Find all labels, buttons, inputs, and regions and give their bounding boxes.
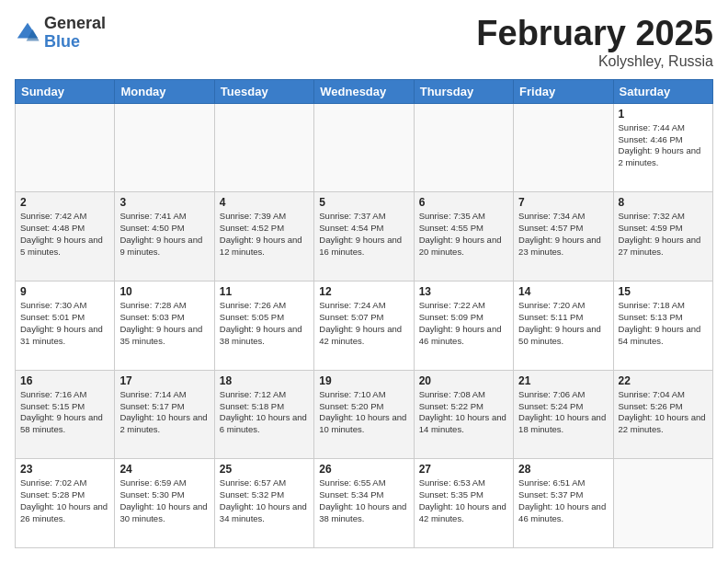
col-wednesday: Wednesday [314, 79, 414, 103]
day-info: Sunrise: 6:59 AM Sunset: 5:30 PM Dayligh… [119, 477, 209, 524]
table-row: 14Sunrise: 7:20 AM Sunset: 5:11 PM Dayli… [514, 282, 613, 371]
day-info: Sunrise: 7:44 AM Sunset: 4:46 PM Dayligh… [619, 122, 708, 169]
day-info: Sunrise: 7:08 AM Sunset: 5:22 PM Dayligh… [419, 389, 508, 436]
table-row: 8Sunrise: 7:32 AM Sunset: 4:59 PM Daylig… [613, 192, 712, 282]
day-number: 3 [119, 196, 209, 209]
day-info: Sunrise: 7:14 AM Sunset: 5:17 PM Dayligh… [119, 389, 209, 436]
day-number: 24 [119, 463, 209, 476]
day-info: Sunrise: 7:20 AM Sunset: 5:11 PM Dayligh… [518, 300, 608, 347]
page: General Blue February 2025 Kolyshley, Ru… [0, 0, 728, 563]
day-info: Sunrise: 7:22 AM Sunset: 5:09 PM Dayligh… [419, 300, 508, 347]
table-row: 18Sunrise: 7:12 AM Sunset: 5:18 PM Dayli… [214, 370, 313, 459]
table-row: 15Sunrise: 7:18 AM Sunset: 5:13 PM Dayli… [613, 282, 712, 371]
day-info: Sunrise: 7:37 AM Sunset: 4:54 PM Dayligh… [319, 211, 408, 258]
day-info: Sunrise: 7:42 AM Sunset: 4:48 PM Dayligh… [20, 211, 109, 258]
logo-general-text: General [44, 15, 106, 33]
table-row: 5Sunrise: 7:37 AM Sunset: 4:54 PM Daylig… [314, 192, 414, 282]
day-number: 10 [119, 285, 209, 298]
table-row: 16Sunrise: 7:16 AM Sunset: 5:15 PM Dayli… [16, 370, 115, 459]
logo-text: General Blue [44, 15, 106, 52]
calendar-table: Sunday Monday Tuesday Wednesday Thursday… [15, 79, 713, 548]
table-row: 13Sunrise: 7:22 AM Sunset: 5:09 PM Dayli… [414, 282, 513, 371]
day-number: 9 [20, 285, 109, 298]
day-number: 25 [220, 463, 309, 476]
day-info: Sunrise: 7:06 AM Sunset: 5:24 PM Dayligh… [518, 389, 608, 436]
table-row: 9Sunrise: 7:30 AM Sunset: 5:01 PM Daylig… [16, 282, 115, 371]
col-sunday: Sunday [16, 79, 115, 103]
day-number: 19 [319, 374, 408, 387]
table-row: 21Sunrise: 7:06 AM Sunset: 5:24 PM Dayli… [514, 370, 613, 459]
col-friday: Friday [514, 79, 613, 103]
day-info: Sunrise: 7:04 AM Sunset: 5:26 PM Dayligh… [619, 389, 708, 436]
table-row: 10Sunrise: 7:28 AM Sunset: 5:03 PM Dayli… [115, 282, 214, 371]
table-row [613, 459, 712, 548]
day-info: Sunrise: 7:32 AM Sunset: 4:59 PM Dayligh… [619, 211, 708, 258]
table-row: 25Sunrise: 6:57 AM Sunset: 5:32 PM Dayli… [214, 459, 313, 548]
day-number: 12 [319, 285, 408, 298]
day-number: 7 [518, 196, 608, 209]
table-row: 27Sunrise: 6:53 AM Sunset: 5:35 PM Dayli… [414, 459, 513, 548]
day-number: 8 [619, 196, 708, 209]
calendar-week-row: 2Sunrise: 7:42 AM Sunset: 4:48 PM Daylig… [16, 192, 713, 282]
day-info: Sunrise: 6:53 AM Sunset: 5:35 PM Dayligh… [419, 477, 508, 524]
table-row [314, 103, 414, 192]
day-number: 23 [20, 463, 109, 476]
title-block: February 2025 Kolyshley, Russia [476, 15, 713, 70]
day-info: Sunrise: 7:35 AM Sunset: 4:55 PM Dayligh… [419, 211, 508, 258]
col-tuesday: Tuesday [214, 79, 313, 103]
header: General Blue February 2025 Kolyshley, Ru… [15, 15, 713, 70]
table-row: 17Sunrise: 7:14 AM Sunset: 5:17 PM Dayli… [115, 370, 214, 459]
table-row: 11Sunrise: 7:26 AM Sunset: 5:05 PM Dayli… [214, 282, 313, 371]
day-number: 11 [220, 285, 309, 298]
day-info: Sunrise: 7:30 AM Sunset: 5:01 PM Dayligh… [20, 300, 109, 347]
table-row: 26Sunrise: 6:55 AM Sunset: 5:34 PM Dayli… [314, 459, 414, 548]
day-info: Sunrise: 7:34 AM Sunset: 4:57 PM Dayligh… [518, 211, 608, 258]
table-row: 12Sunrise: 7:24 AM Sunset: 5:07 PM Dayli… [314, 282, 414, 371]
table-row: 23Sunrise: 7:02 AM Sunset: 5:28 PM Dayli… [16, 459, 115, 548]
table-row [214, 103, 313, 192]
day-number: 5 [319, 196, 408, 209]
col-monday: Monday [115, 79, 214, 103]
day-number: 2 [20, 196, 109, 209]
day-info: Sunrise: 7:16 AM Sunset: 5:15 PM Dayligh… [20, 389, 109, 436]
table-row: 6Sunrise: 7:35 AM Sunset: 4:55 PM Daylig… [414, 192, 513, 282]
calendar-header-row: Sunday Monday Tuesday Wednesday Thursday… [16, 79, 713, 103]
day-number: 4 [220, 196, 309, 209]
day-info: Sunrise: 7:10 AM Sunset: 5:20 PM Dayligh… [319, 389, 408, 436]
day-number: 16 [20, 374, 109, 387]
table-row [115, 103, 214, 192]
table-row: 1Sunrise: 7:44 AM Sunset: 4:46 PM Daylig… [613, 103, 712, 192]
logo-icon [15, 20, 40, 46]
calendar-week-row: 16Sunrise: 7:16 AM Sunset: 5:15 PM Dayli… [16, 370, 713, 459]
title-month: February 2025 [476, 15, 713, 53]
table-row: 2Sunrise: 7:42 AM Sunset: 4:48 PM Daylig… [16, 192, 115, 282]
day-info: Sunrise: 7:24 AM Sunset: 5:07 PM Dayligh… [319, 300, 408, 347]
day-info: Sunrise: 6:57 AM Sunset: 5:32 PM Dayligh… [220, 477, 309, 524]
day-info: Sunrise: 7:02 AM Sunset: 5:28 PM Dayligh… [20, 477, 109, 524]
table-row: 7Sunrise: 7:34 AM Sunset: 4:57 PM Daylig… [514, 192, 613, 282]
title-location: Kolyshley, Russia [476, 53, 713, 70]
day-info: Sunrise: 7:28 AM Sunset: 5:03 PM Dayligh… [119, 300, 209, 347]
logo: General Blue [15, 15, 106, 52]
col-thursday: Thursday [414, 79, 513, 103]
day-info: Sunrise: 7:39 AM Sunset: 4:52 PM Dayligh… [220, 211, 309, 258]
day-info: Sunrise: 6:51 AM Sunset: 5:37 PM Dayligh… [518, 477, 608, 524]
day-number: 22 [619, 374, 708, 387]
table-row [514, 103, 613, 192]
table-row: 3Sunrise: 7:41 AM Sunset: 4:50 PM Daylig… [115, 192, 214, 282]
table-row [414, 103, 513, 192]
day-number: 28 [518, 463, 608, 476]
table-row: 19Sunrise: 7:10 AM Sunset: 5:20 PM Dayli… [314, 370, 414, 459]
day-number: 17 [119, 374, 209, 387]
day-number: 18 [220, 374, 309, 387]
day-number: 6 [419, 196, 508, 209]
day-info: Sunrise: 7:18 AM Sunset: 5:13 PM Dayligh… [619, 300, 708, 347]
table-row: 22Sunrise: 7:04 AM Sunset: 5:26 PM Dayli… [613, 370, 712, 459]
table-row: 24Sunrise: 6:59 AM Sunset: 5:30 PM Dayli… [115, 459, 214, 548]
day-number: 21 [518, 374, 608, 387]
day-number: 20 [419, 374, 508, 387]
day-number: 15 [619, 285, 708, 298]
day-number: 13 [419, 285, 508, 298]
calendar-week-row: 23Sunrise: 7:02 AM Sunset: 5:28 PM Dayli… [16, 459, 713, 548]
day-info: Sunrise: 7:26 AM Sunset: 5:05 PM Dayligh… [220, 300, 309, 347]
